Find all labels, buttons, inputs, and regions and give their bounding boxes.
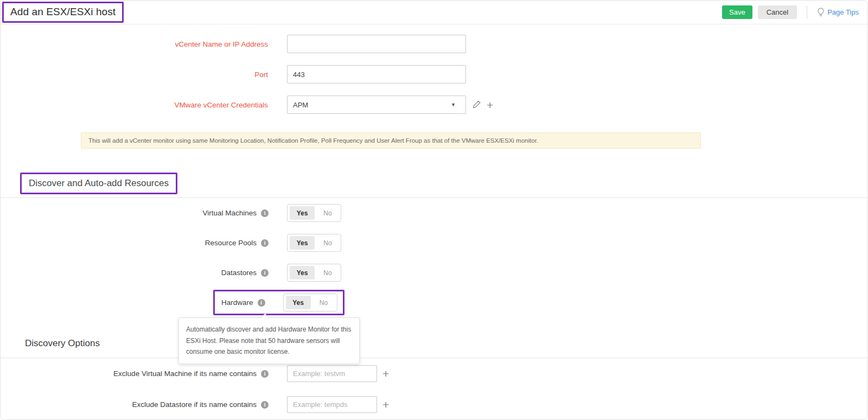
- toggle-no-option[interactable]: No: [317, 239, 339, 247]
- vcenter-form: vCenter Name or IP Address Port VMware v…: [1, 24, 867, 149]
- hardware-toggle: Yes No: [283, 294, 337, 311]
- field-row-credentials: VMware vCenter Credentials APM ▼ +: [1, 96, 867, 114]
- virtual-machines-label: Virtual Machines: [202, 209, 257, 217]
- annotation-highlight-discover-heading: Discover and Auto-add Resources: [20, 173, 177, 194]
- field-row-vcenter-name: vCenter Name or IP Address: [1, 35, 867, 53]
- field-row-port: Port: [1, 65, 867, 84]
- info-icon[interactable]: i: [261, 401, 269, 409]
- toggle-row-resource-pools: Resource Pools i Yes No: [1, 228, 867, 258]
- pencil-icon: [473, 100, 481, 110]
- toggle-yes-option[interactable]: Yes: [290, 266, 315, 279]
- toggle-row-virtual-machines: Virtual Machines i Yes No: [1, 198, 867, 228]
- info-icon[interactable]: i: [261, 370, 269, 378]
- exclude-datastore-input[interactable]: [287, 396, 377, 413]
- lightbulb-icon: [817, 8, 825, 17]
- exclude-vm-input[interactable]: [287, 365, 377, 382]
- topbar-actions: Save Cancel Page Tips: [722, 5, 859, 20]
- port-input[interactable]: [287, 65, 466, 84]
- cancel-button[interactable]: Cancel: [758, 5, 797, 20]
- exclude-datastore-label: Exclude Datastore if its name contains: [132, 400, 257, 409]
- vcenter-note: This will add a vCenter monitor using sa…: [81, 132, 701, 149]
- hardware-tooltip: Automatically discover and add Hardware …: [178, 317, 360, 364]
- page-tips-link[interactable]: Page Tips: [817, 8, 859, 17]
- toggle-no-option[interactable]: No: [317, 209, 339, 217]
- toggle-no-option[interactable]: No: [313, 299, 335, 307]
- plus-icon: +: [382, 399, 389, 410]
- discovery-options-title: Discovery Options: [25, 338, 867, 349]
- hardware-label: Hardware: [221, 298, 253, 307]
- info-icon[interactable]: i: [261, 269, 269, 277]
- vcenter-name-input[interactable]: [287, 35, 466, 53]
- resource-pools-label: Resource Pools: [205, 239, 257, 247]
- info-icon[interactable]: i: [258, 299, 265, 307]
- virtual-machines-toggle: Yes No: [287, 204, 341, 222]
- toggle-row-hardware: Hardware i Yes No: [1, 288, 867, 317]
- plus-icon: +: [382, 368, 389, 379]
- toggle-no-option[interactable]: No: [317, 269, 339, 277]
- resource-pools-toggle: Yes No: [287, 234, 341, 252]
- toggle-yes-option[interactable]: Yes: [290, 206, 315, 220]
- exclude-datastore-row: Exclude Datastore if its name contains i…: [1, 389, 867, 420]
- add-credentials-button[interactable]: +: [487, 99, 493, 111]
- top-bar: Add an ESX/ESXi host Save Cancel Page Ti…: [1, 1, 867, 24]
- add-esx-host-page: Add an ESX/ESXi host Save Cancel Page Ti…: [0, 0, 868, 420]
- discover-section: Discover and Auto-add Resources Virtual …: [1, 149, 867, 317]
- info-icon[interactable]: i: [261, 209, 269, 217]
- chevron-down-icon: ▼: [451, 102, 456, 107]
- toggle-row-datastores: Datastores i Yes No: [1, 258, 867, 288]
- discovery-options-section: Discovery Options Exclude Virtual Machin…: [1, 338, 867, 420]
- add-exclude-datastore-button[interactable]: +: [382, 399, 389, 410]
- discover-section-title: Discover and Auto-add Resources: [29, 178, 169, 188]
- vertical-divider: [807, 6, 807, 19]
- add-exclude-vm-button[interactable]: +: [382, 368, 389, 379]
- exclude-vm-label: Exclude Virtual Machine if its name cont…: [113, 370, 257, 378]
- datastores-label: Datastores: [221, 269, 257, 277]
- edit-credentials-button[interactable]: [473, 100, 481, 110]
- credentials-label: VMware vCenter Credentials: [174, 101, 268, 109]
- credentials-select[interactable]: APM ▼: [287, 96, 466, 114]
- credentials-selected-value: APM: [293, 101, 308, 109]
- page-tips-label: Page Tips: [827, 8, 859, 16]
- info-icon[interactable]: i: [261, 239, 269, 247]
- port-label: Port: [254, 71, 268, 79]
- annotation-highlight-title: Add an ESX/ESXi host: [2, 2, 124, 23]
- plus-icon: +: [487, 99, 493, 111]
- save-button[interactable]: Save: [722, 5, 752, 20]
- datastores-toggle: Yes No: [287, 264, 341, 282]
- toggle-yes-option[interactable]: Yes: [290, 236, 315, 250]
- vcenter-name-label: vCenter Name or IP Address: [175, 40, 268, 48]
- toggle-yes-option[interactable]: Yes: [286, 296, 311, 309]
- annotation-highlight-hardware-row: Hardware i Yes No: [213, 290, 344, 315]
- page-title: Add an ESX/ESXi host: [10, 6, 116, 18]
- exclude-vm-row: Exclude Virtual Machine if its name cont…: [1, 358, 867, 389]
